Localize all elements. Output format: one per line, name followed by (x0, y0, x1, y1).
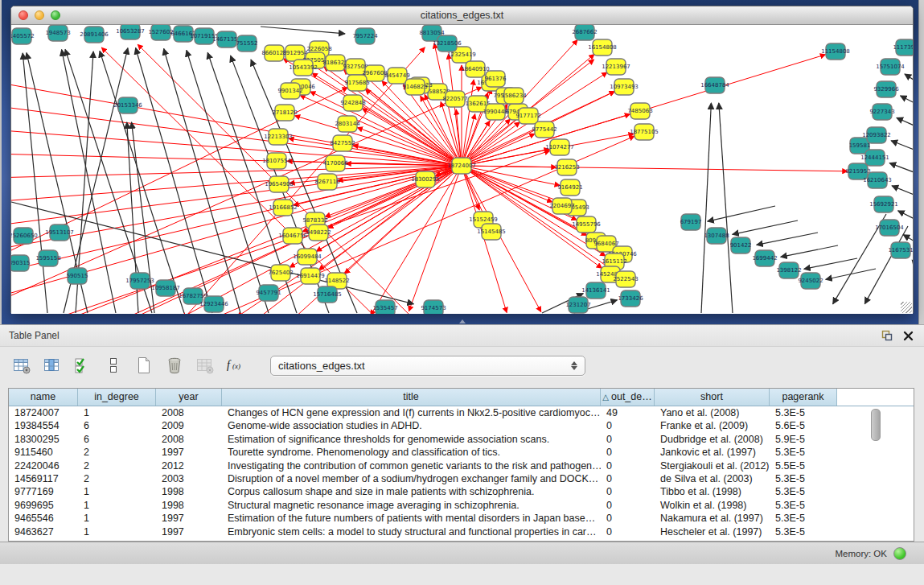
column-header-year[interactable]: year (156, 389, 222, 406)
graph-node[interactable]: 7485063 (627, 103, 652, 119)
window-resize-grip[interactable] (901, 302, 912, 313)
graph-node[interactable]: 11154808 (821, 43, 850, 60)
graph-node[interactable]: 9146825 (402, 79, 427, 95)
graph-node[interactable]: 15692921 (869, 196, 898, 212)
graph-node[interactable]: 1990448 (483, 104, 507, 120)
graph-node[interactable]: 18775105 (630, 124, 659, 140)
graph-node[interactable]: 16648784 (700, 77, 729, 93)
graph-node[interactable]: 1595158 (35, 250, 60, 266)
graph-node[interactable]: 1527602 (148, 25, 173, 40)
graph-edge[interactable] (891, 141, 913, 150)
table-row[interactable]: 911546021997Tourette syndrome. Phenomeno… (9, 446, 914, 459)
trash-icon[interactable] (164, 355, 185, 376)
network-canvas[interactable]: 1872400718300295123254191864091016961758… (11, 25, 913, 314)
graph-edge[interactable] (23, 53, 47, 313)
graph-edge[interactable] (781, 245, 838, 257)
table-row[interactable]: 977716911998Corpus callosum shape and si… (9, 485, 914, 498)
graph-node[interactable]: 1733426 (618, 290, 643, 307)
delete-table-icon[interactable] (195, 355, 216, 376)
graph-node[interactable]: 9457791 (256, 285, 281, 301)
graph-edge[interactable] (164, 48, 240, 313)
graph-edge[interactable] (905, 74, 913, 81)
table-row[interactable]: 946362711997Embryonic stem cells: a mode… (9, 525, 914, 538)
graph-edge[interactable] (912, 260, 913, 265)
graph-node[interactable]: 961376 (485, 71, 507, 87)
graph-edge[interactable] (701, 103, 711, 313)
close-panel-icon[interactable] (901, 329, 914, 342)
rows-icon[interactable] (103, 355, 124, 376)
table-row[interactable]: 1938455462009Genome-wide association stu… (9, 419, 914, 432)
graph-edge[interactable] (897, 117, 913, 126)
graph-node[interactable]: 14955796 (572, 216, 601, 233)
graph-node[interactable]: 1398122 (776, 262, 801, 278)
graph-edge[interactable] (892, 186, 913, 196)
graph-edge[interactable] (719, 103, 733, 313)
column-header-out_de[interactable]: △out_de… (601, 389, 655, 406)
table-scrollbar-thumb[interactable] (871, 409, 881, 441)
splitter-handle[interactable] (458, 319, 467, 324)
graph-edge[interactable] (757, 233, 818, 245)
graph-node[interactable]: 1117396 (893, 39, 913, 56)
graph-edge[interactable] (310, 92, 462, 166)
graph-node[interactable]: 590515 (67, 268, 88, 284)
table-source-select[interactable]: citations_edges.txt (270, 356, 585, 376)
graph-node[interactable]: 890315 (11, 255, 30, 271)
graph-edge[interactable] (11, 83, 462, 166)
minimize-window-button[interactable] (35, 10, 44, 20)
graph-node[interactable]: 10958187 (151, 280, 180, 296)
new-document-icon[interactable] (133, 355, 154, 376)
graph-node[interactable]: 16154808 (588, 39, 617, 56)
graph-node[interactable]: 17016504 (875, 220, 904, 236)
graph-node[interactable]: 7625402 (268, 265, 293, 281)
graph-node[interactable]: 8267110 (314, 174, 339, 190)
graph-node[interactable]: 9164921 (557, 179, 582, 196)
graph-edge[interactable] (901, 96, 913, 104)
select-checks-icon[interactable] (72, 355, 93, 376)
graph-edge[interactable] (462, 166, 848, 171)
graph-edge[interactable] (804, 258, 857, 269)
graph-node[interactable]: 9175685 (344, 75, 369, 91)
function-icon[interactable]: f (x) (225, 355, 246, 376)
memory-indicator[interactable] (893, 547, 906, 560)
graph-node[interactable]: 1535457 (372, 300, 397, 314)
graph-node[interactable]: 9901342 (277, 83, 302, 99)
column-header-short[interactable]: short (655, 389, 770, 406)
graph-edge[interactable] (889, 163, 913, 173)
graph-node[interactable]: 9174573 (421, 300, 446, 314)
table-settings-icon[interactable] (11, 355, 32, 376)
graph-node[interactable]: 8427552 (330, 135, 355, 151)
column-header-in_degree[interactable]: in_degree (78, 389, 156, 406)
close-window-button[interactable] (18, 10, 28, 20)
graph-node[interactable]: 9227343 (869, 104, 894, 120)
graph-node[interactable]: 11074277 (545, 139, 574, 155)
graph-node[interactable]: 9329966 (873, 81, 899, 97)
float-panel-icon[interactable] (881, 329, 893, 342)
graph-node[interactable]: 25260650 (11, 228, 38, 244)
table-row[interactable]: 2242004622012Investigating the contribut… (9, 459, 914, 472)
graph-node[interactable]: 2687662 (572, 25, 597, 40)
graph-node[interactable]: 2803144 (335, 116, 360, 132)
graph-node[interactable]: 20153346 (113, 97, 142, 113)
graph-node[interactable]: 3216253 (554, 159, 579, 175)
table-row[interactable]: 946554611997Estimation of the future num… (9, 512, 914, 525)
table-row[interactable]: 1456911722003Disruption of a novel membe… (9, 472, 914, 485)
graph-edge[interactable] (261, 27, 345, 34)
zoom-window-button[interactable] (51, 10, 60, 20)
citation-graph[interactable]: 1872400718300295123254191864091016961758… (11, 25, 913, 314)
table-column-icon[interactable] (42, 355, 63, 376)
graph-node[interactable]: 9245022 (798, 273, 823, 289)
graph-edge[interactable] (903, 235, 913, 242)
graph-node[interactable]: 1699442 (752, 250, 777, 266)
graph-edge[interactable] (409, 166, 462, 311)
graph-node[interactable]: 14136141 (581, 282, 610, 299)
network-window-titlebar[interactable]: citations_edges.txt (11, 6, 913, 25)
graph-node[interactable]: 1948573 (45, 25, 70, 41)
graph-node[interactable]: 679197 (680, 214, 702, 230)
graph-node[interactable]: 9498222 (306, 225, 331, 241)
column-header-title[interactable]: title (222, 389, 601, 406)
graph-node[interactable]: 1586234 (501, 88, 527, 104)
graph-edge[interactable] (449, 54, 462, 166)
graph-node[interactable]: 1405572 (11, 28, 35, 44)
graph-node[interactable]: 15751074 (876, 59, 905, 75)
graph-node[interactable]: 20891406 (80, 27, 109, 43)
